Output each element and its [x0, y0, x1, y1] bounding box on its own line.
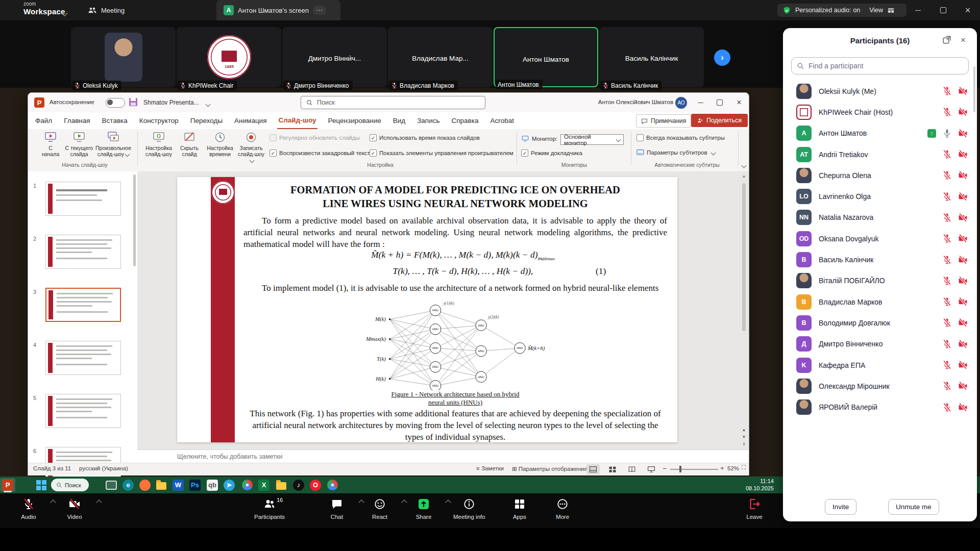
- canvas-scrollbar[interactable]: ▲ ▲▼⇕: [741, 173, 747, 448]
- chat-options-caret[interactable]: [358, 499, 364, 505]
- react-options-caret[interactable]: [401, 499, 407, 505]
- ribbon-collapse-icon[interactable]: [741, 162, 746, 169]
- ppt-tab-Конструктор[interactable]: Конструктор: [138, 112, 180, 129]
- taskbar-icon-chrome-2[interactable]: [325, 478, 340, 492]
- taskbar-icon-firefox[interactable]: [137, 478, 153, 492]
- participant-row[interactable]: BВасиль Калінчик: [783, 249, 977, 270]
- notes-toggle[interactable]: ≡ Заметки: [476, 465, 504, 471]
- ppt-tab-Анимация[interactable]: Анимация: [233, 112, 267, 129]
- workspace-chevron-icon[interactable]: [62, 8, 67, 17]
- view-button[interactable]: View: [869, 7, 883, 14]
- fit-to-window-icon[interactable]: ⛶: [742, 464, 746, 471]
- slide-thumbnail-5[interactable]: [45, 394, 121, 428]
- tab-options-icon[interactable]: ⋯: [313, 6, 326, 15]
- slide-thumbnail-1[interactable]: [45, 182, 121, 216]
- taskbar-icon-tiktok[interactable]: ♪: [291, 478, 306, 492]
- ppt-tab-Справка[interactable]: Справка: [450, 112, 479, 129]
- zoom-slider-thumb[interactable]: [679, 466, 681, 472]
- checkbox-presenter-view[interactable]: Режим докладчика: [521, 149, 582, 157]
- setup-slideshow-button[interactable]: Настройкаслайд-шоу: [144, 131, 173, 157]
- video-tile-2[interactable]: 1885KhPIWeek Chair: [177, 27, 281, 87]
- participant-row[interactable]: KhPIWeek Chair (Host): [783, 102, 977, 122]
- audio-button[interactable]: Audio: [13, 498, 44, 520]
- scroll-up-icon[interactable]: ▲: [741, 173, 747, 180]
- thumbnail-scrollbar[interactable]: [133, 174, 136, 266]
- account-avatar[interactable]: АО: [675, 97, 687, 109]
- slide-nav-buttons[interactable]: ▲▼⇕: [741, 427, 747, 448]
- participant-row[interactable]: Віталій ПОБІГАЙЛО: [783, 270, 977, 291]
- participants-button[interactable]: 16Participants: [254, 498, 285, 520]
- doc-title-dropdown-icon[interactable]: [205, 101, 210, 108]
- slide-thumbnail-2[interactable]: [45, 235, 121, 269]
- scrollbar-thumb[interactable]: [742, 183, 746, 331]
- normal-view-icon[interactable]: [586, 464, 600, 474]
- monitor-select[interactable]: Основной монитор: [560, 134, 624, 145]
- slide[interactable]: FORMATION OF A MODEL FOR PREDICTING ICE …: [177, 177, 677, 442]
- taskbar-icon-opera[interactable]: O: [308, 478, 323, 492]
- ppt-close-button[interactable]: ×: [729, 93, 749, 112]
- from-current-slide-button[interactable]: С текущегослайда: [65, 131, 93, 157]
- chat-button[interactable]: Chat: [322, 498, 352, 520]
- account-name[interactable]: Антон Олексійович Шматов: [586, 99, 673, 105]
- checkbox-auto-update-slides[interactable]: Регулярно обновлять слайды: [270, 134, 360, 141]
- participant-row[interactable]: ДДмитро Вінниченко: [783, 334, 977, 355]
- more-button[interactable]: More: [547, 498, 578, 520]
- slide-thumbnail-4[interactable]: [45, 341, 121, 375]
- video-tile-6[interactable]: Василь КалінчикВасиль Калінчик: [599, 27, 704, 87]
- window-maximize-button[interactable]: [933, 0, 953, 20]
- taskbar-icon-chrome[interactable]: [239, 478, 255, 492]
- participant-row[interactable]: BВолодимир Довгалюк: [783, 312, 977, 333]
- video-tile-5[interactable]: Антон ШматовАнтон Шматов: [494, 27, 598, 87]
- autosave-toggle[interactable]: [106, 98, 125, 108]
- rehearse-timings-button[interactable]: Настройкавремени: [206, 131, 234, 157]
- popout-icon[interactable]: [942, 35, 951, 44]
- participant-row[interactable]: KКафедра ЕПА: [783, 355, 977, 375]
- taskbar-icon-photoshop[interactable]: Ps: [187, 478, 203, 492]
- participant-row[interactable]: Олександр Мірошник: [783, 375, 977, 396]
- tab-shared-screen[interactable]: A Антон Шматов's screen ⋯: [216, 0, 340, 20]
- slide-sorter-view-icon[interactable]: [606, 464, 619, 474]
- zoom-in-button[interactable]: +: [720, 464, 724, 472]
- participant-row[interactable]: Oleksii Kulyk (Me): [783, 81, 977, 102]
- ppt-tab-Запись[interactable]: Запись: [416, 112, 440, 129]
- tab-meeting[interactable]: Meeting: [88, 0, 125, 20]
- panel-scrollbar[interactable]: [973, 66, 975, 112]
- window-minimize-button[interactable]: [908, 0, 928, 20]
- video-button[interactable]: Video: [59, 498, 90, 520]
- taskbar-icon-quickbooks[interactable]: qb: [205, 478, 220, 492]
- taskbar-icon-file-explorer[interactable]: [154, 478, 169, 492]
- invite-button[interactable]: Invite: [825, 499, 856, 515]
- notes-button[interactable]: Примечания: [636, 114, 691, 128]
- ppt-tab-Рецензирование[interactable]: Рецензирование: [327, 112, 382, 129]
- share-options-caret[interactable]: [445, 499, 451, 505]
- taskbar-icon-word[interactable]: W: [170, 478, 186, 492]
- slideshow-view-icon[interactable]: [645, 464, 658, 474]
- slide-thumbnail-3[interactable]: [45, 288, 121, 322]
- participant-row[interactable]: LOLavrinenko Olga: [783, 186, 977, 207]
- language-indicator[interactable]: русский (Украина): [79, 465, 128, 471]
- taskbar-icon-edge[interactable]: e: [120, 478, 136, 492]
- react-button[interactable]: React: [364, 498, 395, 520]
- participant-row[interactable]: ATAndrii Tretiakov: [783, 144, 977, 165]
- ppt-tab-Acrobat[interactable]: Acrobat: [489, 112, 515, 129]
- record-slideshow-button[interactable]: Записатьслайд-шоу: [235, 131, 267, 163]
- ppt-tab-Главная[interactable]: Главная: [63, 112, 91, 129]
- hide-slide-button[interactable]: Скрытьслайд: [175, 131, 204, 157]
- ppt-search-box[interactable]: Поиск: [301, 96, 485, 109]
- taskbar-icon-powerpoint[interactable]: P: [0, 478, 15, 492]
- participant-row[interactable]: ЯРОВИЙ Валерій: [783, 396, 977, 417]
- taskbar-clock[interactable]: 11:14 08.10.2025: [746, 478, 774, 492]
- ppt-minimize-button[interactable]: [691, 93, 710, 112]
- ppt-tab-Переходы[interactable]: Переходы: [189, 112, 224, 129]
- participant-row[interactable]: ODOksana Dovgalyuk: [783, 228, 977, 249]
- participant-row[interactable]: Chepurna Olena: [783, 165, 977, 186]
- participant-row[interactable]: NNNatalia Nazarova: [783, 207, 977, 228]
- ppt-tab-Вставка[interactable]: Вставка: [101, 112, 129, 129]
- zoom-out-button[interactable]: −: [663, 464, 667, 472]
- ppt-maximize-button[interactable]: [710, 93, 729, 112]
- checkbox-always-show-captions[interactable]: Всегда показывать субтитры: [636, 134, 725, 141]
- video-options-caret[interactable]: [96, 499, 102, 505]
- save-icon[interactable]: [129, 98, 137, 106]
- document-title[interactable]: Shmatov Presenta...: [143, 99, 199, 106]
- taskbar-icon-folder[interactable]: [274, 478, 289, 492]
